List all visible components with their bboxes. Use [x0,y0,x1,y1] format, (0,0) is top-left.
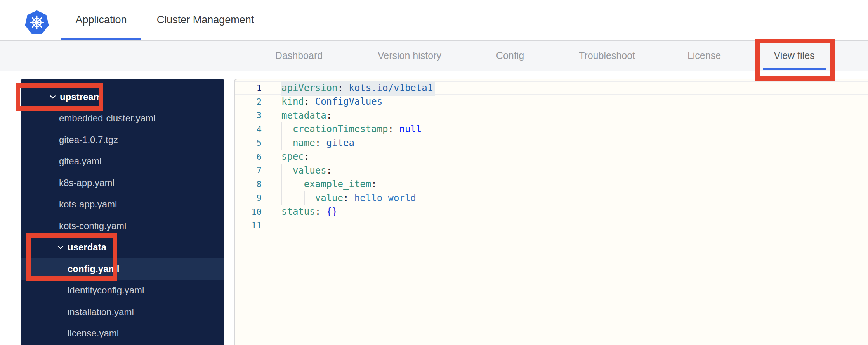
subnav-item-dashboard[interactable]: Dashboard [272,41,326,71]
active-subnav-indicator [763,68,826,70]
code-line-10[interactable]: 10status: {} [235,205,868,219]
code-line-text: apiVersion: kots.io/v1beta1 [281,83,435,93]
tree-item-label: gitea.yaml [59,156,101,167]
tree-file-installation.yaml[interactable]: installation.yaml [21,301,224,323]
code-line-text: creationTimestamp: null [281,124,422,135]
chevron-down-icon [49,93,57,101]
line-number[interactable]: 5 [235,138,262,148]
tree-item-label: kots-config.yaml [59,221,126,231]
subnav-item-config[interactable]: Config [493,41,528,71]
indent-guide [281,122,282,136]
code-line-5[interactable]: 5 name: gitea [235,136,868,150]
indent-guide [281,191,282,205]
app-subnav: Dashboard Version history Config Trouble… [0,41,868,71]
tree-file-config.yaml[interactable]: config.yaml [21,258,224,280]
kubernetes-logo-icon [25,10,49,34]
code-line-text: metadata: [281,110,332,121]
kots-admin-console: Application Cluster Management Dashboard… [0,0,868,345]
indent-guide [293,178,293,191]
indent-guide [281,136,282,150]
code-line-2[interactable]: 2kind: ConfigValues [235,95,868,109]
indent-guide [281,164,282,178]
tab-application-label: Application [75,14,127,26]
code-line-9[interactable]: 9 value: hello world [235,191,868,205]
tree-item-label: config.yaml [68,264,119,274]
active-tab-indicator [61,38,141,40]
line-number[interactable]: 10 [235,207,262,217]
tree-file-gitea.yaml[interactable]: gitea.yaml [21,151,224,172]
line-number[interactable]: 2 [235,97,262,107]
tab-cluster-management[interactable]: Cluster Management [153,0,258,40]
indent-guide [293,191,293,205]
file-tree: upstreamembedded-cluster.yamlgitea-1.0.7… [21,86,224,344]
tree-item-label: upstream [60,91,102,102]
tree-item-label: userdata [68,242,106,253]
line-number[interactable]: 8 [235,179,262,189]
tree-folder-userdata[interactable]: userdata [21,237,224,259]
tree-item-label: embedded-cluster.yaml [59,113,155,124]
code-line-text: example_item: [281,179,377,190]
tree-file-gitea-1.0.7.tgz[interactable]: gitea-1.0.7.tgz [21,129,224,151]
tree-file-kots-app.yaml[interactable]: kots-app.yaml [21,194,224,216]
indent-guide [304,191,305,205]
subnav-item-license[interactable]: License [685,41,724,71]
code-line-text: status: {} [281,206,338,217]
tab-application[interactable]: Application [61,0,141,40]
subnav-item-troubleshoot[interactable]: Troubleshoot [575,41,639,71]
tree-item-label: installation.yaml [68,307,134,317]
line-number[interactable]: 1 [235,83,262,93]
tree-item-label: license.yaml [68,328,119,339]
tree-file-embedded-cluster.yaml[interactable]: embedded-cluster.yaml [21,108,224,129]
code-line-text: spec: [281,151,309,162]
subnav-item-version-history[interactable]: Version history [372,41,448,71]
line-number[interactable]: 11 [235,221,262,230]
code-line-11[interactable]: 11 [235,219,868,233]
code-line-text: kind: ConfigValues [281,96,382,107]
line-number[interactable]: 9 [235,193,262,203]
tree-item-label: identityconfig.yaml [68,285,144,296]
code-editor[interactable]: 1apiVersion: kots.io/v1beta12kind: Confi… [234,79,868,345]
code-line-6[interactable]: 6spec: [235,150,868,164]
indent-guide [281,178,282,191]
line-number[interactable]: 3 [235,110,262,120]
tree-file-k8s-app.yaml[interactable]: k8s-app.yaml [21,172,224,194]
code-line-8[interactable]: 8 example_item: [235,178,868,191]
selection-highlight: apiVersion: kots.io/v1beta1 [281,81,435,96]
line-number[interactable]: 7 [235,166,262,175]
chevron-down-icon [57,243,64,251]
tree-item-label: kots-app.yaml [59,199,117,210]
subnav-item-view-files[interactable]: View files [769,41,819,71]
code-line-3[interactable]: 3metadata: [235,109,868,122]
tree-item-label: gitea-1.0.7.tgz [59,135,118,145]
code-line-7[interactable]: 7 values: [235,164,868,178]
code-line-4[interactable]: 4 creationTimestamp: null [235,122,868,136]
file-tree-sidebar: upstreamembedded-cluster.yamlgitea-1.0.7… [21,79,224,345]
tree-file-identityconfig.yaml[interactable]: identityconfig.yaml [21,280,224,302]
tree-item-label: k8s-app.yaml [59,178,115,188]
code-line-1[interactable]: 1apiVersion: kots.io/v1beta1 [235,81,868,95]
code-lines: 1apiVersion: kots.io/v1beta12kind: Confi… [235,81,868,233]
line-number[interactable]: 4 [235,124,262,134]
code-line-text: values: [281,165,332,176]
app-header: Application Cluster Management [0,0,868,41]
code-line-text: value: hello world [281,193,416,204]
tree-folder-upstream[interactable]: upstream [21,86,224,108]
tree-file-license.yaml[interactable]: license.yaml [21,323,224,345]
line-number[interactable]: 6 [235,152,262,162]
code-line-text: name: gitea [281,138,354,148]
tree-file-kots-config.yaml[interactable]: kots-config.yaml [21,215,224,237]
tab-cluster-management-label: Cluster Management [157,14,254,26]
